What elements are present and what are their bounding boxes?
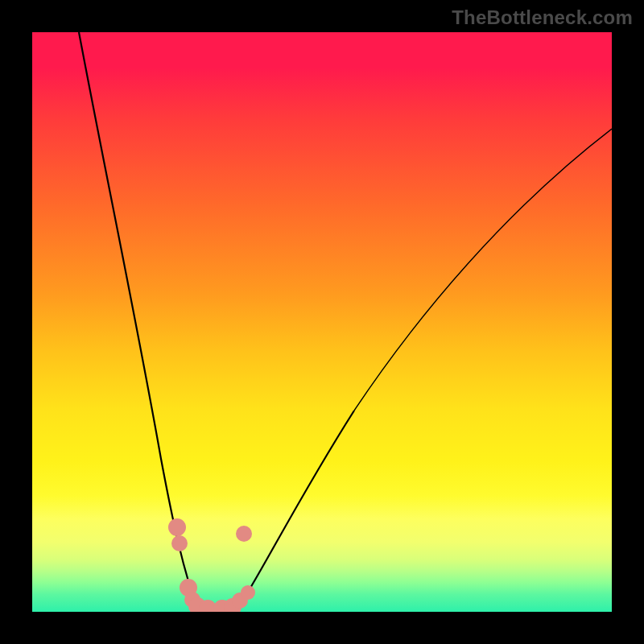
- curve-overlay: [32, 32, 612, 612]
- right-curve-upper: [354, 129, 612, 411]
- plot-area: [32, 32, 612, 612]
- marker-dot: [171, 535, 188, 551]
- marker-dot: [168, 518, 186, 536]
- watermark-text: TheBottleneck.com: [452, 6, 633, 29]
- marker-dot: [241, 585, 255, 600]
- right-curve-lower: [237, 411, 354, 610]
- marker-dot: [236, 526, 252, 542]
- chart-frame: TheBottleneck.com: [0, 0, 644, 644]
